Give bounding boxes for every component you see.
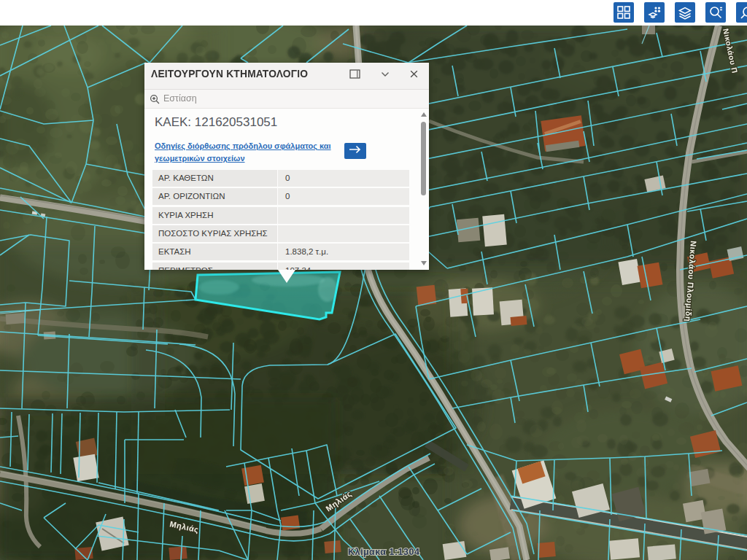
svg-text:Κλίμακα 1:1304: Κλίμακα 1:1304 bbox=[348, 547, 419, 557]
